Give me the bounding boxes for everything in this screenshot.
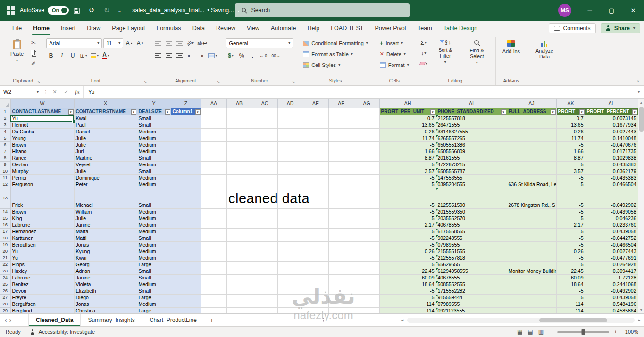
- cell-AD26[interactable]: [277, 288, 303, 294]
- row-header-13[interactable]: 13: [0, 188, 10, 208]
- tab-table-design[interactable]: Table Design: [438, 21, 483, 35]
- cell-W22[interactable]: Pipps: [10, 261, 74, 268]
- cell-AF10[interactable]: [328, 168, 354, 174]
- cell-AA11[interactable]: [201, 174, 226, 181]
- underline-button[interactable]: U: [68, 50, 77, 60]
- cell-AI11[interactable]: 147556555: [436, 174, 507, 181]
- name-box[interactable]: W2 ▾: [0, 86, 42, 98]
- cell-AC19[interactable]: [252, 241, 277, 248]
- insert-function-button[interactable]: fx: [72, 86, 83, 98]
- percent-style-button[interactable]: %: [237, 50, 246, 60]
- cell-AF25[interactable]: [328, 281, 354, 288]
- cell-AB6[interactable]: [226, 141, 252, 148]
- cell-AL24[interactable]: 1.72128: [585, 274, 638, 281]
- cell-AB29[interactable]: [226, 307, 252, 313]
- filter-button-Z[interactable]: ▾: [195, 109, 201, 115]
- cell-Z2[interactable]: [171, 115, 201, 122]
- row-header-16[interactable]: 16: [0, 222, 10, 228]
- cell-X20[interactable]: Kyung: [74, 248, 137, 255]
- cell-X12[interactable]: Peter: [74, 181, 137, 188]
- filter-button-Y[interactable]: ▾: [165, 109, 170, 115]
- cell-AH18[interactable]: -5: [379, 235, 436, 241]
- cell-AI13[interactable]: 2125551500: [436, 188, 507, 208]
- cell-AK8[interactable]: 8.87: [556, 155, 585, 161]
- row-header-8[interactable]: 8: [0, 155, 10, 161]
- format-painter-button[interactable]: ✐: [29, 58, 38, 68]
- cell-AA1[interactable]: [201, 108, 226, 115]
- cell-X13[interactable]: Michael: [74, 188, 137, 208]
- cell-Z12[interactable]: [171, 181, 201, 188]
- column-header-AH[interactable]: AH: [379, 99, 436, 108]
- cell-AI6[interactable]: 6505551386: [436, 141, 507, 148]
- cell-AF21[interactable]: [328, 255, 354, 261]
- cell-AL2[interactable]: -0.0073145: [585, 115, 638, 122]
- cell-Y24[interactable]: Small: [137, 274, 171, 281]
- cell-AI19[interactable]: 07989555: [436, 241, 507, 248]
- cell-AK3[interactable]: 13.65: [556, 122, 585, 128]
- cell-AF26[interactable]: [328, 288, 354, 294]
- cell-AG14[interactable]: [354, 208, 379, 215]
- cell-AF5[interactable]: [328, 135, 354, 141]
- number-format-select[interactable]: General▾: [226, 38, 293, 48]
- save-icon[interactable]: [70, 3, 83, 17]
- cell-AH22[interactable]: -5: [379, 261, 436, 268]
- cell-AJ14[interactable]: [507, 208, 556, 215]
- cell-W14[interactable]: Brown: [10, 208, 74, 215]
- cell-AH21[interactable]: -5: [379, 255, 436, 261]
- cell-AI20[interactable]: 2155551555: [436, 248, 507, 255]
- cell-AH28[interactable]: 114: [379, 301, 436, 307]
- row-header-4[interactable]: 4: [0, 128, 10, 135]
- cell-AL8[interactable]: 0.1029838: [585, 155, 638, 161]
- tab-automate[interactable]: Automate: [265, 21, 302, 35]
- cell-AF27[interactable]: [328, 294, 354, 301]
- cell-Z3[interactable]: [171, 122, 201, 128]
- cell-Y13[interactable]: Small: [137, 188, 171, 208]
- cell-X29[interactable]: Christina: [74, 307, 137, 313]
- cell-W13[interactable]: Frick: [10, 188, 74, 208]
- tab-view[interactable]: View: [241, 21, 265, 35]
- cell-Z27[interactable]: [171, 294, 201, 301]
- cell-AF4[interactable]: [328, 128, 354, 135]
- cell-AJ27[interactable]: [507, 294, 556, 301]
- cell-AD21[interactable]: [277, 255, 303, 261]
- cell-AB8[interactable]: [226, 155, 252, 161]
- cell-AB25[interactable]: [226, 281, 252, 288]
- page-layout-view-button[interactable]: ▤: [527, 329, 533, 335]
- decrease-indent-button[interactable]: ⇤: [185, 50, 195, 60]
- cell-AK29[interactable]: 114: [556, 307, 585, 313]
- row-header-20[interactable]: 20: [0, 248, 10, 255]
- cell-AD5[interactable]: [277, 135, 303, 141]
- tab-load-test[interactable]: LOAD TEST: [325, 21, 369, 35]
- cell-AI12[interactable]: 0395204555: [436, 181, 507, 188]
- cell-AE28[interactable]: [303, 301, 328, 307]
- cell-AG22[interactable]: [354, 261, 379, 268]
- cell-W10[interactable]: Murphy: [10, 168, 74, 174]
- row-header-19[interactable]: 19: [0, 241, 10, 248]
- row-header-5[interactable]: 5: [0, 135, 10, 141]
- cancel-icon[interactable]: ✕: [49, 86, 60, 98]
- cell-X4[interactable]: Daniel: [74, 128, 137, 135]
- cell-AL5[interactable]: 0.1410048: [585, 135, 638, 141]
- cell-AK23[interactable]: 22.45: [556, 268, 585, 274]
- row-header-28[interactable]: 28: [0, 301, 10, 307]
- cell-AL27[interactable]: -0.0439058: [585, 294, 638, 301]
- cell-AH26[interactable]: -5: [379, 288, 436, 294]
- cell-AA3[interactable]: [201, 122, 226, 128]
- cell-AG25[interactable]: [354, 281, 379, 288]
- column-header-Z[interactable]: Z: [171, 99, 201, 108]
- paste-button[interactable]: Paste ▾: [8, 38, 26, 65]
- align-bottom-button[interactable]: [175, 38, 184, 48]
- cell-AH20[interactable]: 0.26: [379, 248, 436, 255]
- increase-decimal-button[interactable]: ←.0: [259, 50, 268, 60]
- zoom-level[interactable]: 100%: [622, 329, 638, 335]
- cell-AK15[interactable]: -5: [556, 215, 585, 222]
- cell-AL12[interactable]: -0.0466504: [585, 181, 638, 188]
- cell-AJ22[interactable]: [507, 261, 556, 268]
- cell-X7[interactable]: Juri: [74, 148, 137, 155]
- cell-AA5[interactable]: [201, 135, 226, 141]
- cell-AA24[interactable]: [201, 274, 226, 281]
- cell-AF29[interactable]: [328, 307, 354, 313]
- cell-Z21[interactable]: [171, 255, 201, 261]
- cell-AH23[interactable]: 22.45: [379, 268, 436, 274]
- horizontal-scroll-thumb[interactable]: [539, 318, 608, 322]
